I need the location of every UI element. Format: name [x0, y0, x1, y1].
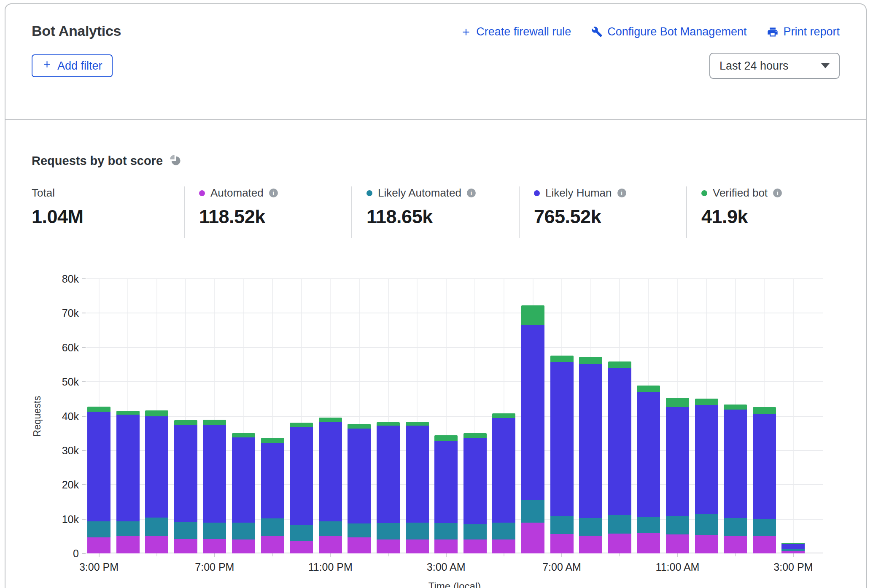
bar-segment[interactable]: [261, 536, 284, 553]
bar-segment[interactable]: [261, 518, 284, 536]
info-icon[interactable]: [269, 189, 278, 197]
bar-segment[interactable]: [463, 433, 487, 438]
time-range-select[interactable]: Last 24 hours: [709, 53, 840, 79]
bar-segment[interactable]: [781, 543, 805, 549]
bar-segment[interactable]: [377, 426, 400, 523]
bar-segment[interactable]: [695, 399, 718, 405]
bar-segment[interactable]: [695, 514, 718, 535]
bar-segment[interactable]: [434, 435, 458, 441]
bar-segment[interactable]: [579, 536, 602, 553]
bar-segment[interactable]: [579, 518, 602, 536]
bar-segment[interactable]: [348, 523, 371, 537]
bar-segment[interactable]: [550, 362, 574, 516]
bar-segment[interactable]: [290, 427, 313, 525]
bar-segment[interactable]: [434, 441, 458, 523]
bar-segment[interactable]: [87, 407, 110, 412]
bar-segment[interactable]: [348, 537, 371, 553]
bar-segment[interactable]: [261, 443, 284, 518]
bar-segment[interactable]: [579, 357, 602, 364]
bar-segment[interactable]: [203, 539, 226, 553]
bar-segment[interactable]: [724, 536, 747, 554]
bar-segment[interactable]: [463, 539, 487, 553]
bar-segment[interactable]: [550, 356, 574, 362]
bar-segment[interactable]: [232, 523, 255, 539]
bar-segment[interactable]: [724, 405, 747, 410]
bar-segment[interactable]: [492, 413, 515, 418]
bar-segment[interactable]: [724, 410, 747, 518]
bar-segment[interactable]: [406, 539, 429, 553]
bar-segment[interactable]: [666, 516, 689, 535]
bar-segment[interactable]: [232, 433, 255, 437]
bar-segment[interactable]: [87, 412, 110, 521]
bar-segment[interactable]: [492, 539, 515, 553]
bar-segment[interactable]: [87, 537, 110, 553]
info-icon[interactable]: [773, 189, 782, 197]
bar-segment[interactable]: [348, 429, 371, 523]
bar-segment[interactable]: [174, 539, 197, 553]
bar-segment[interactable]: [521, 305, 544, 325]
bar-segment[interactable]: [666, 534, 689, 553]
bar-segment[interactable]: [174, 420, 197, 425]
bar-segment[interactable]: [348, 424, 371, 429]
bar-segment[interactable]: [406, 523, 429, 539]
bar-segment[interactable]: [463, 438, 487, 524]
bar-segment[interactable]: [203, 523, 226, 539]
bar-segment[interactable]: [781, 551, 805, 554]
bar-segment[interactable]: [637, 517, 660, 533]
bar-segment[interactable]: [116, 521, 140, 537]
bar-segment[interactable]: [319, 521, 342, 536]
bar-segment[interactable]: [579, 364, 602, 518]
bar-segment[interactable]: [232, 539, 255, 553]
bar-segment[interactable]: [145, 518, 168, 536]
info-icon[interactable]: [467, 189, 476, 197]
bar-segment[interactable]: [377, 422, 400, 426]
bar-segment[interactable]: [637, 386, 660, 392]
bar-segment[interactable]: [232, 437, 255, 523]
bar-segment[interactable]: [319, 418, 342, 422]
add-filter-button[interactable]: Add filter: [32, 54, 113, 77]
bar-segment[interactable]: [781, 543, 805, 544]
bar-segment[interactable]: [753, 519, 776, 536]
bar-segment[interactable]: [290, 541, 313, 553]
bar-segment[interactable]: [608, 515, 631, 534]
bar-segment[interactable]: [261, 438, 284, 443]
bar-segment[interactable]: [406, 426, 429, 522]
bar-segment[interactable]: [695, 405, 718, 514]
bar-segment[interactable]: [406, 422, 429, 426]
bar-segment[interactable]: [145, 536, 168, 554]
bar-segment[interactable]: [695, 535, 718, 553]
bar-segment[interactable]: [608, 368, 631, 515]
bar-segment[interactable]: [116, 415, 140, 521]
configure-bot-management-link[interactable]: Configure Bot Management: [591, 25, 746, 38]
bar-segment[interactable]: [753, 414, 776, 520]
bar-segment[interactable]: [290, 423, 313, 427]
bar-segment[interactable]: [608, 534, 631, 553]
bar-segment[interactable]: [116, 411, 140, 415]
bar-segment[interactable]: [550, 516, 574, 534]
bar-segment[interactable]: [203, 425, 226, 523]
bar-segment[interactable]: [492, 523, 515, 540]
bar-segment[interactable]: [492, 418, 515, 522]
bar-segment[interactable]: [753, 407, 776, 414]
bar-segment[interactable]: [145, 410, 168, 417]
bar-segment[interactable]: [377, 539, 400, 553]
bar-segment[interactable]: [116, 536, 140, 553]
bar-segment[interactable]: [145, 416, 168, 518]
bar-segment[interactable]: [521, 325, 544, 500]
print-report-link[interactable]: Print report: [767, 25, 840, 38]
bar-segment[interactable]: [781, 549, 805, 550]
bar-segment[interactable]: [521, 500, 544, 523]
bar-segment[interactable]: [434, 539, 458, 553]
bar-segment[interactable]: [319, 422, 342, 521]
bar-segment[interactable]: [521, 523, 544, 553]
bar-segment[interactable]: [608, 361, 631, 368]
bar-segment[interactable]: [666, 398, 689, 407]
bar-segment[interactable]: [174, 425, 197, 522]
bar-segment[interactable]: [290, 525, 313, 541]
info-icon[interactable]: [617, 189, 626, 197]
bar-segment[interactable]: [377, 523, 400, 539]
create-firewall-rule-link[interactable]: Create firewall rule: [461, 25, 571, 38]
bar-segment[interactable]: [724, 518, 747, 536]
bar-segment[interactable]: [87, 521, 110, 537]
bar-segment[interactable]: [463, 524, 487, 540]
